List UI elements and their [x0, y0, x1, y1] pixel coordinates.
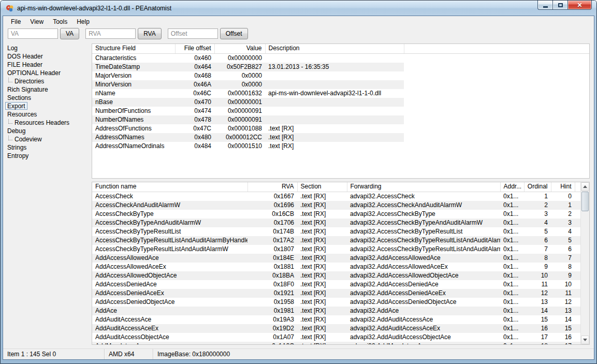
sidebar-item-strings[interactable]: Strings [7, 143, 90, 152]
sidebar-item-entropy[interactable]: Entropy [7, 152, 90, 160]
table-row[interactable]: AddAccessDeniedAceEx0x1921.text [RX]adva… [92, 289, 580, 298]
sidebar-item-label: Codeview [14, 135, 42, 143]
table-cell: 0x00001632 [214, 89, 265, 98]
column-header[interactable]: File offset [175, 44, 214, 53]
menu-item-tools[interactable]: Tools [48, 17, 72, 26]
table-row[interactable]: AddAccessDeniedObjectAce0x1958.text [RX]… [92, 298, 580, 307]
table-row[interactable]: AccessCheckByTypeAndAuditAlarmW0x1706.te… [92, 219, 580, 227]
column-header[interactable]: Forwarding [347, 182, 500, 192]
table-row[interactable]: NumberOfNames0x4780x00000091 [92, 115, 589, 124]
maximize-button[interactable] [552, 0, 567, 10]
table-row[interactable]: AddressOfFunctions0x47C0x00001088.text [… [92, 124, 589, 133]
table-row[interactable]: AddAccessAllowedAce0x184E.text [RX]advap… [92, 254, 580, 263]
table-cell: advapi32.AddAccessAllowedAce [347, 254, 500, 263]
menu-item-view[interactable]: View [25, 17, 48, 26]
table-row[interactable]: AddMandatoryAce0x1A3C.text [RX]advapi32.… [92, 342, 580, 345]
sidebar-item-sections[interactable]: Sections [7, 94, 90, 102]
va-input[interactable] [8, 28, 58, 39]
table-row[interactable]: AddAccessAllowedObjectAce0x18BA.text [RX… [92, 271, 580, 280]
table-row[interactable]: AddAuditAccessAce0x19A3.text [RX]advapi3… [92, 315, 580, 324]
table-cell: AddAccessDeniedAceEx [92, 289, 247, 298]
rva-input[interactable] [85, 28, 136, 39]
sidebar-item-directories[interactable]: Directories [7, 77, 90, 85]
sidebar-item-optional-header[interactable]: OPTIONAL Header [7, 69, 90, 77]
menu-item-file[interactable]: File [6, 17, 25, 26]
table-cell: 0x1881 [247, 263, 297, 271]
sidebar-item-rich-signature[interactable]: Rich Signature [7, 85, 90, 94]
table-row[interactable]: AddAccessAllowedAceEx0x1881.text [RX]adv… [92, 263, 580, 271]
column-header[interactable]: Addr... [500, 182, 524, 192]
table-row[interactable]: AccessCheckAndAuditAlarmW0x1696.text [RX… [92, 201, 580, 210]
column-header[interactable]: Section [297, 182, 347, 192]
table-cell: AddAuditAccessAce [92, 315, 247, 324]
table-row[interactable]: AccessCheckByTypeResultListAndAuditAlarm… [92, 245, 580, 254]
title-bar[interactable]: api-ms-win-downlevel-advapi32-l1-1-0.dll… [1, 1, 596, 16]
table-row[interactable]: AccessCheckByType0x16CB.text [RX]advapi3… [92, 210, 580, 219]
functions-scrollbar[interactable] [580, 182, 589, 344]
rva-button[interactable]: RVA [138, 28, 162, 39]
table-cell: 0x18F0 [247, 280, 297, 289]
table-row[interactable]: Characteristics0x4600x00000000 [92, 53, 589, 63]
column-header[interactable]: Description [265, 44, 404, 53]
scroll-thumb[interactable] [581, 192, 589, 211]
table-row[interactable]: nName0x46C0x00001632api-ms-win-downlevel… [92, 89, 589, 98]
column-header[interactable]: Function name [92, 182, 247, 192]
offset-button[interactable]: Offset [220, 28, 248, 39]
sidebar-item-export[interactable]: Export [7, 102, 90, 110]
sidebar-item-log[interactable]: Log [7, 44, 90, 52]
table-cell: 17 [524, 333, 551, 342]
table-row[interactable]: MinorVersion0x46A0x0000 [92, 80, 589, 89]
table-row[interactable]: AddAuditAccessObjectAce0x1A07.text [RX]a… [92, 333, 580, 342]
table-row[interactable]: AccessCheckByTypeResultListAndAuditAlarm… [92, 236, 580, 245]
sidebar-item-debug[interactable]: Debug [7, 127, 90, 135]
va-button[interactable]: VA [60, 28, 79, 39]
scroll-down-button[interactable] [581, 336, 589, 344]
column-header[interactable]: Hint [551, 182, 575, 192]
scroll-up-button[interactable] [581, 182, 589, 191]
table-cell: 13.01.2013 - 16:35:35 [265, 63, 404, 71]
table-cell: 1 [524, 192, 551, 201]
close-button[interactable]: ✕ [567, 0, 592, 10]
column-header[interactable]: Structure Field [92, 44, 175, 53]
table-cell-filler [575, 263, 580, 271]
sidebar-item-codeview[interactable]: Codeview [7, 135, 90, 143]
table-cell: AccessCheck [92, 192, 247, 201]
sidebar-item-resources-headers[interactable]: Resources Headers [7, 119, 90, 127]
scroll-track[interactable] [581, 191, 589, 336]
app-icon[interactable] [6, 4, 14, 12]
table-cell: advapi32.AddAccessAllowedAceEx [347, 263, 500, 271]
table-cell: 0x1... [500, 201, 524, 210]
column-header[interactable]: Ordinal [524, 182, 551, 192]
column-header[interactable]: RVA [247, 182, 297, 192]
sidebar-item-file-header[interactable]: FILE Header [7, 61, 90, 69]
table-cell: 0x480 [175, 133, 214, 142]
functions-panel: Function nameRVASectionForwardingAddr...… [92, 182, 590, 345]
table-row[interactable]: AddAce0x1981.text [RX]advapi32.AddAce0x1… [92, 307, 580, 315]
sidebar-item-dos-header[interactable]: DOS Header [7, 52, 90, 61]
table-row[interactable]: AccessCheck0x1667.text [RX]advapi32.Acce… [92, 192, 580, 201]
table-cell: 4 [551, 227, 575, 236]
table-cell: 0x1A3C [247, 342, 297, 345]
table-row[interactable]: MajorVersion0x4680x0000 [92, 71, 589, 80]
minimize-button[interactable] [537, 0, 552, 10]
main-area: Structure FieldFile offsetValueDescripti… [90, 40, 594, 348]
table-row[interactable]: NumberOfFunctions0x4740x00000091 [92, 107, 589, 115]
table-row[interactable]: AddressOfNameOrdinals0x4840x00001510.tex… [92, 142, 589, 151]
table-cell: 0x16CB [247, 210, 297, 219]
menu-item-help[interactable]: Help [72, 17, 94, 26]
table-row[interactable]: TimeDateStamp0x4640x50F2B82713.01.2013 -… [92, 63, 589, 71]
offset-input[interactable] [168, 28, 218, 39]
table-cell: .text [RX] [297, 333, 347, 342]
table-cell: 0x484 [175, 142, 214, 151]
functions-table: Function nameRVASectionForwardingAddr...… [92, 182, 580, 344]
table-row[interactable]: nBase0x4700x00000001 [92, 98, 589, 107]
table-row[interactable]: AddAuditAccessAceEx0x19D2.text [RX]advap… [92, 324, 580, 333]
table-row[interactable]: AddressOfNames0x4800x000012CC.text [RX] [92, 133, 589, 142]
table-row[interactable]: AccessCheckByTypeResultList0x174B.text [… [92, 227, 580, 236]
table-cell: 17 [551, 342, 575, 345]
sidebar-item-resources[interactable]: Resources [7, 110, 90, 119]
table-row[interactable]: AddAccessDeniedAce0x18F0.text [RX]advapi… [92, 280, 580, 289]
column-header[interactable]: Value [214, 44, 265, 53]
table-cell: 0x19D2 [247, 324, 297, 333]
table-cell: 0x0000 [214, 71, 265, 80]
